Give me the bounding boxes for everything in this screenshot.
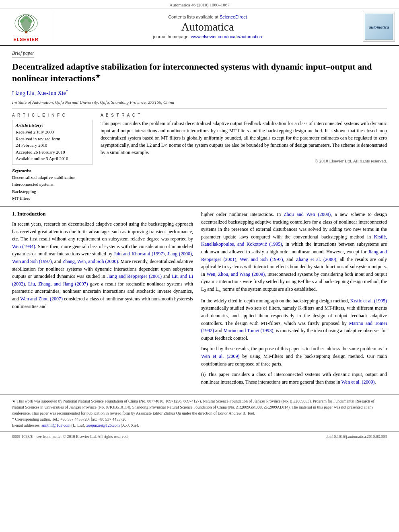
right-paragraph-0: higher order nonlinear interactions. In … <box>201 211 387 294</box>
article-title-section: Decentralized adaptive stabilization for… <box>0 58 399 87</box>
email-link-1[interactable]: smithll@163.com <box>41 423 70 427</box>
footnote-star: ★ This work was supported by National Na… <box>12 398 387 416</box>
footnote-section: ★ This work was supported by National Na… <box>0 394 399 431</box>
ref-wen-soh-1997[interactable]: Wen and Soh (1997) <box>12 259 52 264</box>
ref-jiang-repperger[interactable]: Jiang and Repperger (2001) <box>107 273 161 279</box>
footnote-corresponding: * Corresponding author. Tel.: +86 537 44… <box>12 416 387 422</box>
journal-top-bar: Automatica 46 (2010) 1060–1067 <box>0 0 399 8</box>
ref-jiang-2000[interactable]: Jiang (2000) <box>167 251 192 257</box>
keyword-1: Interconnected systems <box>12 181 93 188</box>
article-history-box: Article history: Received 2 July 2009 Re… <box>12 120 93 165</box>
right-paragraph-1: In the widely cited in-depth monograph o… <box>201 297 387 342</box>
brief-paper-label: Brief paper <box>12 50 34 58</box>
ref-liu-zhang-jiang[interactable]: Liu, Zhang, and Jiang (2007) <box>28 281 88 287</box>
ref-jiang-repperger-2[interactable]: Jiang and Repperger (2001) <box>201 249 387 262</box>
article-info-header: A R T I C L E I N F O <box>12 113 93 117</box>
history-item-3: Accepted 26 February 2010 <box>16 149 89 156</box>
journal-homepage: journal homepage: www.elsevier.com/locat… <box>56 34 359 39</box>
author-liang-liu[interactable]: Liang Liu <box>12 90 35 96</box>
history-item-4: Available online 3 April 2010 <box>16 155 89 162</box>
affiliation-text: Institute of Automation, Qufu Normal Uni… <box>12 100 174 105</box>
email-link-2[interactable]: xuejunxie@126.com <box>86 423 119 427</box>
right-paragraph-2: Inspired by these results, the purpose o… <box>201 345 387 368</box>
copyright-line: © 2010 Elsevier Ltd. All rights reserved… <box>101 158 387 163</box>
intro-paragraph-0: In recent years, research on decentraliz… <box>12 220 193 310</box>
right-col: higher order nonlinear interactions. In … <box>201 211 387 389</box>
left-col: 1. Introduction In recent years, researc… <box>12 211 193 389</box>
affiliation-section: Institute of Automation, Qufu Normal Uni… <box>0 98 399 109</box>
brief-paper-section: Brief paper <box>0 46 399 58</box>
ref-wen-zhou-2007[interactable]: Wen and Zhou (2007) <box>20 296 63 302</box>
journal-citation: Automatica 46 (2010) 1060–1067 <box>169 2 229 7</box>
contents-line: Contents lists available at ScienceDirec… <box>56 14 359 19</box>
keywords-label: Keywords: <box>12 168 93 173</box>
history-item-0: Received 2 July 2009 <box>16 129 89 136</box>
homepage-link[interactable]: www.elsevier.com/locate/automatica <box>191 34 262 39</box>
header-area: ELSEVIER Contents lists available at Sci… <box>0 8 399 46</box>
history-label: Article history: <box>16 123 89 127</box>
journal-center: Contents lists available at ScienceDirec… <box>56 12 359 42</box>
section-title-intro: 1. Introduction <box>12 211 193 217</box>
ref-wen-zhou-wang[interactable]: Wen, Zhou, and Wang (2009) <box>207 271 265 277</box>
keyword-2: Backstepping <box>12 188 93 195</box>
ref-krstic-2[interactable]: Krstić et al. (1995) <box>350 298 387 304</box>
ref-jain-khorrami[interactable]: Jain and Khorrami (1997) <box>114 251 165 257</box>
ref-wen-2009-2[interactable]: Wen et al. (2009) <box>341 379 374 385</box>
authors-section: Liang Liu, Xue-Jun Xie* <box>0 87 399 99</box>
ref-krstic-1995[interactable]: Krstić, Kanellakopoulos, and Kokotović (… <box>201 234 387 247</box>
ref-zhang-wen-soh[interactable]: Zhang, Wen, and Soh (2000) <box>62 259 118 264</box>
elsevier-text: ELSEVIER <box>12 37 40 42</box>
automatica-logo-right: automatica <box>363 12 395 42</box>
abstract-text: This paper considers the problem of robu… <box>101 120 387 156</box>
journal-name-big: Automatica <box>56 20 359 34</box>
ref-wen-2009[interactable]: Wen et al. (2009) <box>201 353 239 359</box>
bottom-right-doi: doi:10.1016/j.automatica.2010.03.003 <box>326 434 387 439</box>
article-abstract-col: A B S T R A C T This paper considers the… <box>101 113 387 202</box>
history-item-2: 24 February 2010 <box>16 142 89 149</box>
authors-line: Liang Liu, Xue-Jun Xie* <box>12 90 68 96</box>
keyword-0: Decentralized adaptive stabilization <box>12 174 93 181</box>
author-xue-jun-xie[interactable]: Xue-Jun Xie* <box>37 90 68 96</box>
article-info-col: A R T I C L E I N F O Article history: R… <box>12 113 93 202</box>
ref-marino-tomei-1993[interactable]: Marino and Tomei (1993) <box>223 328 273 333</box>
article-title: Decentralized adaptive stabilization for… <box>12 61 387 84</box>
right-paragraph-3: (i) This paper considers a class of inte… <box>201 371 387 386</box>
article-body: A R T I C L E I N F O Article history: R… <box>0 109 399 206</box>
abstract-header: A B S T R A C T <box>101 113 387 117</box>
ref-zhou-wen-2008[interactable]: Zhou and Wen (2008) <box>284 212 331 217</box>
history-item-1: Received in revised form <box>16 136 89 142</box>
ref-zhang-2000[interactable]: Zhang et al. (2000) <box>296 257 336 262</box>
ref-wen-soh-2[interactable]: Wen and Soh (1997) <box>240 257 283 262</box>
bottom-bar: 0005-1098/$ – see front matter © 2010 El… <box>0 431 399 441</box>
page-container: Automatica 46 (2010) 1060–1067 <box>0 0 399 441</box>
keyword-3: MT-filters <box>12 195 93 202</box>
keywords-box: Keywords: Decentralized adaptive stabili… <box>12 168 93 202</box>
main-content: 1. Introduction In recent years, researc… <box>0 206 399 393</box>
elsevier-logo: ELSEVIER <box>4 12 52 42</box>
ref-wen-1994[interactable]: Wen (1994) <box>12 244 35 249</box>
svg-point-5 <box>24 17 28 19</box>
bottom-left-text: 0005-1098/$ – see front matter © 2010 El… <box>12 434 128 439</box>
footnote-email: E-mail addresses: smithll@163.com (L. Li… <box>12 422 387 428</box>
automatica-logo-img: automatica <box>365 14 393 40</box>
science-direct-link[interactable]: ScienceDirect <box>220 14 247 19</box>
elsevier-tree-icon <box>12 12 40 34</box>
